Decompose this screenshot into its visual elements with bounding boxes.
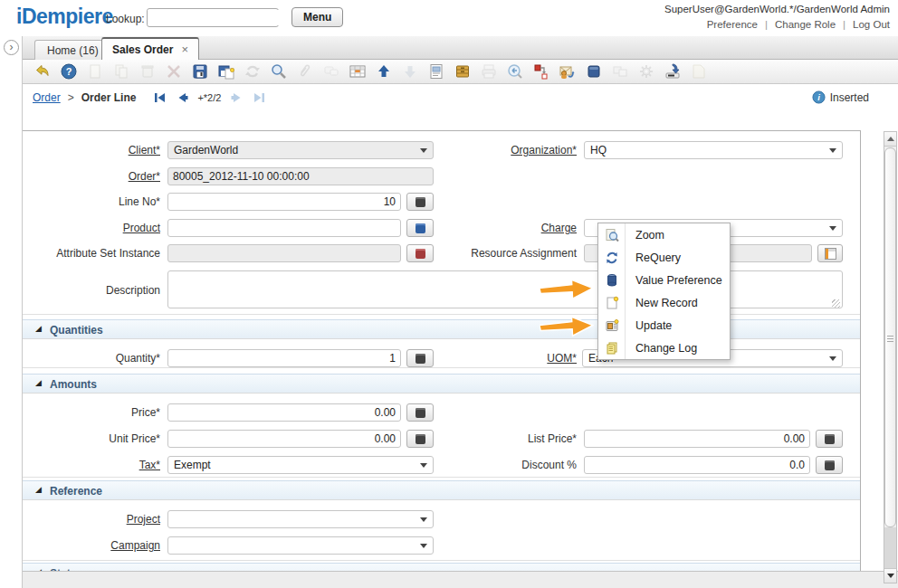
export-button[interactable] bbox=[664, 62, 682, 81]
project-combobox[interactable] bbox=[167, 510, 434, 528]
chat-icon bbox=[322, 62, 340, 81]
resource-schedule-button[interactable] bbox=[817, 244, 843, 262]
zoom-across-button[interactable] bbox=[506, 62, 524, 81]
section-amounts[interactable]: ◢ Amounts bbox=[23, 374, 861, 394]
chevron-down-icon[interactable] bbox=[829, 148, 836, 156]
row-separator bbox=[23, 477, 861, 478]
price-field[interactable] bbox=[167, 403, 401, 422]
order-label[interactable]: Order* bbox=[23, 170, 160, 183]
archive-cabinet-icon bbox=[454, 62, 472, 81]
archive-button[interactable] bbox=[454, 62, 472, 81]
unit-price-field[interactable] bbox=[167, 430, 401, 448]
product-label[interactable]: Product bbox=[23, 222, 160, 234]
product-field[interactable] bbox=[167, 219, 401, 237]
menu-button[interactable]: Menu bbox=[291, 7, 343, 27]
undo-button[interactable] bbox=[33, 62, 52, 81]
chevron-down-icon[interactable] bbox=[829, 356, 836, 365]
help-button[interactable]: ? bbox=[60, 62, 78, 81]
find-button[interactable] bbox=[270, 62, 288, 81]
chevron-down-icon[interactable] bbox=[829, 226, 836, 234]
attribute-set-button[interactable] bbox=[406, 244, 434, 262]
save-create-new-button[interactable] bbox=[217, 62, 235, 81]
log-out-link[interactable]: Log Out bbox=[853, 19, 890, 30]
arrow-up-icon bbox=[375, 62, 393, 81]
breadcrumb-order-link[interactable]: Order bbox=[33, 91, 61, 104]
report-button[interactable] bbox=[427, 62, 445, 81]
new-document-icon bbox=[86, 62, 104, 81]
list-price-calculator-button[interactable] bbox=[816, 430, 843, 448]
section-collapse-icon[interactable]: ◢ bbox=[35, 485, 42, 494]
scrollbar-down-button[interactable] bbox=[884, 568, 896, 583]
calculator-icon bbox=[416, 408, 425, 418]
chevron-down-icon[interactable] bbox=[420, 544, 427, 552]
parent-record-button[interactable] bbox=[375, 62, 393, 81]
first-record-button[interactable] bbox=[152, 90, 167, 105]
section-status[interactable]: ◢ Status bbox=[23, 563, 861, 571]
section-collapse-icon[interactable]: ◢ bbox=[35, 378, 42, 387]
price-label: Price* bbox=[23, 406, 160, 419]
calculator-icon bbox=[416, 197, 425, 207]
chevron-down-icon[interactable] bbox=[420, 517, 427, 526]
vertical-scrollbar[interactable] bbox=[884, 131, 897, 583]
preference-link[interactable]: Preference bbox=[707, 19, 758, 30]
tab-sales-order[interactable]: Sales Order × bbox=[101, 37, 199, 60]
requests-button[interactable] bbox=[559, 62, 577, 81]
campaign-label[interactable]: Campaign bbox=[23, 539, 160, 552]
context-menu-item-value-preference[interactable]: Value Preference bbox=[598, 269, 730, 291]
lookup-combobox[interactable] bbox=[147, 8, 279, 27]
discount-field[interactable] bbox=[584, 456, 810, 474]
app-header: iDempiere Lookup: Menu SuperUser@GardenW… bbox=[0, 0, 898, 36]
list-price-field[interactable] bbox=[584, 430, 810, 448]
context-menu-item-zoom[interactable]: Zoom bbox=[598, 223, 730, 246]
quantity-calculator-button[interactable] bbox=[406, 349, 434, 367]
close-icon[interactable]: × bbox=[181, 43, 188, 56]
user-role-info: SuperUser@GardenWorld.*/GardenWorld Admi… bbox=[664, 4, 890, 14]
section-collapse-icon[interactable]: ◢ bbox=[35, 324, 42, 333]
field-context-menu: Zoom ReQuery Value Preference New Record… bbox=[597, 223, 731, 360]
product-info-button[interactable] bbox=[585, 62, 603, 81]
previous-record-button[interactable] bbox=[175, 90, 190, 105]
sidebar-expand-button[interactable]: › bbox=[4, 40, 19, 55]
status-text: Inserted bbox=[830, 91, 869, 104]
organization-combobox[interactable]: HQ bbox=[584, 141, 843, 159]
unit-price-calculator-button[interactable] bbox=[406, 430, 434, 448]
campaign-combobox[interactable] bbox=[167, 536, 434, 555]
info-icon: i bbox=[812, 90, 826, 104]
tax-label[interactable]: Tax* bbox=[23, 459, 160, 471]
svg-text:?: ? bbox=[66, 66, 72, 77]
context-menu-item-update[interactable]: Update bbox=[598, 314, 730, 337]
charge-label[interactable]: Charge bbox=[439, 222, 577, 234]
calculator-icon bbox=[825, 460, 835, 470]
context-menu-item-requery[interactable]: ReQuery bbox=[598, 246, 730, 269]
tax-combobox[interactable]: Exempt bbox=[167, 456, 434, 474]
change-role-link[interactable]: Change Role bbox=[775, 19, 836, 30]
tab-home[interactable]: Home (16) bbox=[34, 40, 111, 60]
collapsed-sidebar: › bbox=[0, 36, 23, 588]
chat-button bbox=[322, 62, 340, 81]
client-label[interactable]: Client* bbox=[23, 144, 160, 156]
line-no-field[interactable] bbox=[167, 193, 401, 211]
workflow-button[interactable] bbox=[532, 62, 550, 81]
product-search-button[interactable] bbox=[406, 219, 434, 237]
section-quantities[interactable]: ◢ Quantities bbox=[23, 319, 861, 339]
discount-calculator-button[interactable] bbox=[816, 456, 843, 474]
price-calculator-button[interactable] bbox=[406, 403, 434, 422]
description-field[interactable] bbox=[167, 270, 843, 308]
line-no-calculator-button[interactable] bbox=[406, 193, 434, 211]
project-label[interactable]: Project bbox=[23, 513, 160, 526]
context-menu-item-new-record[interactable]: New Record bbox=[598, 291, 730, 314]
organization-label[interactable]: Organization* bbox=[439, 144, 577, 156]
section-reference[interactable]: ◢ Reference bbox=[23, 480, 861, 500]
scrollbar-thumb[interactable] bbox=[884, 147, 896, 527]
quantity-field[interactable] bbox=[167, 349, 401, 367]
context-menu-item-change-log[interactable]: Change Log bbox=[598, 337, 730, 359]
attribute-set-instance-label: Attribute Set Instance bbox=[23, 247, 160, 260]
scrollbar-up-button[interactable] bbox=[884, 132, 896, 147]
chevron-down-icon[interactable] bbox=[420, 463, 427, 471]
uom-label[interactable]: UOM* bbox=[439, 352, 577, 365]
grid-toggle-button[interactable] bbox=[349, 62, 367, 81]
save-button[interactable] bbox=[191, 62, 209, 81]
resource-assignment-label: Resource Assignment bbox=[439, 247, 577, 260]
scrollbar-track[interactable] bbox=[884, 527, 896, 570]
lookup-input[interactable] bbox=[148, 10, 295, 25]
